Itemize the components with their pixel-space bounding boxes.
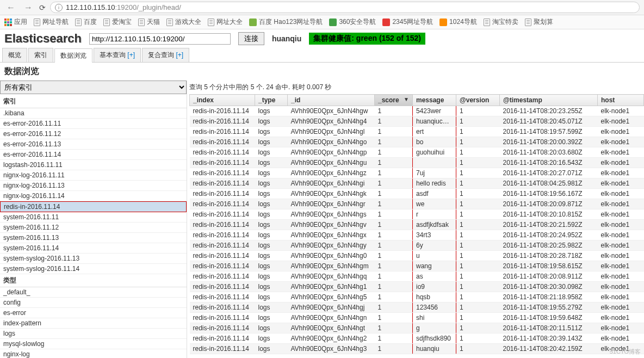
bookmark-item[interactable]: 爱淘宝 (103, 17, 132, 27)
sidebar-index-es-error-2016.11.14[interactable]: es-error-2016.11.14 (0, 150, 187, 160)
table-row[interactable]: redis-in-2016.11.14logsAVhh90E0Qpx_6JnN4… (190, 106, 644, 116)
sidebar-type-nginx-log[interactable]: nginx-log (0, 349, 187, 358)
bookmark-item[interactable]: 聚划算 (525, 17, 553, 27)
sidebar-type-index-pattern[interactable]: index-pattern (0, 318, 187, 329)
tab-browser[interactable]: 数据浏览 (54, 48, 92, 63)
bookmark-item[interactable]: 天猫 (138, 17, 160, 27)
sort-desc-icon: ▼ (404, 96, 409, 102)
cell-type: logs (255, 344, 288, 354)
sidebar-index-nignx-log-2016.11.13[interactable]: nignx-log-2016.11.13 (0, 181, 187, 191)
cell-timestamp: 2016-11-14T08:20:21.592Z (500, 220, 598, 230)
table-row[interactable]: redis-in-2016.11.14logsAVhh90E0Qpx_6JnN4… (190, 271, 644, 282)
sidebar-type-mysql-slowlog[interactable]: mysql-slowlog (0, 339, 187, 349)
table-row[interactable]: redis-in-2016.11.14logsAVhh90E0Qpx_6JnN4… (190, 240, 644, 251)
sidebar-type-config[interactable]: config (0, 298, 187, 308)
cluster-url-input[interactable] (89, 33, 231, 45)
cell-id: AVhh90E0Qpx_6JnN4hgl (288, 127, 375, 137)
col-type[interactable]: _type (255, 95, 288, 106)
cell-timestamp: 2016-11-14T08:20:27.071Z (500, 168, 598, 178)
sidebar-index-system-2016.11.13[interactable]: system-2016.11.13 (0, 233, 187, 243)
sidebar-index-es-error-2016.11.13[interactable]: es-error-2016.11.13 (0, 139, 187, 150)
cell-score: 1 (375, 127, 413, 137)
table-row[interactable]: redis-in-2016.11.14logsAVhh90E0Qpx_6JnN4… (190, 303, 644, 313)
table-row[interactable]: redis-in-2016.11.14logsAVhh90E0Qpx_6JnN4… (190, 189, 644, 199)
sidebar-index-system-syslog-2016.11.14[interactable]: system-syslog-2016.11.14 (0, 264, 187, 274)
sidebar-index-es-error-2016.11.11[interactable]: es-error-2016.11.11 (0, 119, 187, 129)
cell-id: AVhh90E0Qpx_6JnN4hg5 (288, 292, 375, 303)
col-timestamp[interactable]: @timestamp (500, 95, 598, 106)
sidebar-index-system-syslog-2016.11.13[interactable]: system-syslog-2016.11.13 (0, 254, 187, 264)
sidebar-index-system-2016.11.12[interactable]: system-2016.11.12 (0, 223, 187, 233)
sidebar-type-es-error[interactable]: es-error (0, 308, 187, 318)
table-row[interactable]: redis-in-2016.11.14logsAVhh90E0Qpx_6JnN4… (190, 147, 644, 158)
table-row[interactable]: redis-in-2016.11.14logsAVhh90E0Qpx_6JnN4… (190, 230, 644, 240)
connect-button[interactable]: 连接 (238, 32, 264, 45)
table-row[interactable]: redis-in-2016.11.14logsAVhh90E0Qpx_6JnN4… (190, 292, 644, 303)
table-row[interactable]: redis-in-2016.11.14logsAVhh90E0Qpx_6JnN4… (190, 282, 644, 292)
col-id[interactable]: _id (288, 95, 375, 106)
cell-id: AVhh90E0Qpx_6JnN4hg0 (288, 251, 375, 261)
cell-type: logs (255, 147, 288, 158)
bookmark-item[interactable]: 网址大全 (208, 17, 243, 27)
sidebar-index-redis-in-2016.11.14[interactable]: redis-in-2016.11.14 (0, 201, 187, 212)
sidebar-index-system-2016.11.11[interactable]: system-2016.11.11 (0, 212, 187, 223)
col-host[interactable]: host (598, 95, 644, 106)
tab-indices[interactable]: 索引 (28, 48, 53, 62)
sidebar-type-logs[interactable]: logs (0, 329, 187, 339)
bookmark-item[interactable]: 游戏大全 (166, 17, 201, 27)
bookmark-item[interactable]: 网址导航 (34, 17, 69, 27)
cell-message: r (413, 209, 456, 220)
bookmark-item[interactable]: 百度 (75, 17, 97, 27)
cell-score: 1 (375, 334, 413, 344)
col-version[interactable]: @version (456, 95, 500, 106)
table-row[interactable]: redis-in-2016.11.14logsAVhh90E0Qpx_6JnN4… (190, 323, 644, 334)
table-row[interactable]: redis-in-2016.11.14logsAVhh90E0Qpx_6JnN4… (190, 116, 644, 127)
table-row[interactable]: redis-in-2016.11.14logsAVhh90E0Qpx_6JnN4… (190, 178, 644, 189)
bookmark-item[interactable]: 2345网址导航 (382, 17, 433, 27)
bookmark-item[interactable]: 360安全导航 (329, 17, 376, 27)
sidebar-index-logstash-2016.11.11[interactable]: logstash-2016.11.11 (0, 160, 187, 170)
sidebar-index-nignx-log-2016.11.14[interactable]: nignx-log-2016.11.14 (0, 191, 187, 201)
bookmark-item[interactable]: 淘宝特卖 (484, 17, 518, 27)
tab-any[interactable]: 复合查询 [+] (142, 48, 189, 62)
tab-overview[interactable]: 概览 (2, 48, 27, 62)
sidebar-index-.kibana[interactable]: .kibana (0, 108, 187, 119)
bookmark-item[interactable]: 应用 (4, 17, 27, 27)
table-row[interactable]: redis-in-2016.11.14logsAVhh90E0Qpx_6JnN4… (190, 220, 644, 230)
cell-id: AVhh90E0Qpx_6JnN4hgr (288, 199, 375, 209)
sidebar-type-_default_[interactable]: _default_ (0, 287, 187, 298)
bookmark-item[interactable]: 百度 Hao123网址导航 (249, 17, 323, 27)
col-index[interactable]: _index (190, 95, 255, 106)
table-row[interactable]: redis-in-2016.11.14logsAVhh90E0Qpx_6JnN4… (190, 209, 644, 220)
url-bar[interactable]: i 112.110.115.10:19200/_plugin/head/ (50, 2, 640, 13)
table-row[interactable]: redis-in-2016.11.14logsAVhh90E0Qpx_6JnN4… (190, 127, 644, 137)
cell-timestamp: 2016-11-14T08:20:42.159Z (500, 344, 598, 354)
table-row[interactable]: redis-in-2016.11.14logsAVhh90E0Qpx_6JnN4… (190, 261, 644, 271)
sidebar-index-system-2016.11.14[interactable]: system-2016.11.14 (0, 243, 187, 254)
table-row[interactable]: redis-in-2016.11.14logsAVhh90E0Qpx_6JnN4… (190, 251, 644, 261)
index-dropdown[interactable]: 所有索引 (0, 81, 187, 94)
sidebar-index-nignx-log-2016.11.11[interactable]: nignx-log-2016.11.11 (0, 170, 187, 181)
reload-button[interactable]: ⟳ (39, 3, 46, 12)
table-row[interactable]: redis-in-2016.11.14logsAVhh90E0Qpx_6JnN4… (190, 344, 644, 354)
sidebar-index-es-error-2016.11.12[interactable]: es-error-2016.11.12 (0, 129, 187, 139)
col-message[interactable]: message (413, 95, 456, 106)
tab-structured[interactable]: 基本查询 [+] (94, 48, 141, 62)
table-row[interactable]: redis-in-2016.11.14logsAVhh90E0Qpx_6JnN4… (190, 168, 644, 178)
cell-host: elk-node1 (598, 127, 644, 137)
cell-message: hqsb (413, 292, 456, 303)
col-score[interactable]: _score▼ (375, 95, 413, 106)
table-row[interactable]: redis-in-2016.11.14logsAVhh90E0Qpx_6JnN4… (190, 158, 644, 168)
table-row[interactable]: redis-in-2016.11.14logsAVhh90E0Qpx_6JnN4… (190, 334, 644, 344)
back-button[interactable]: ← (4, 3, 17, 13)
cell-score: 1 (375, 106, 413, 116)
bookmark-item[interactable]: 1024导航 (439, 17, 477, 27)
table-row[interactable]: redis-in-2016.11.14logsAVhh90E0Qpx_6JnN4… (190, 199, 644, 209)
table-row[interactable]: redis-in-2016.11.14logsAVhh90E0Qpx_6JnN4… (190, 137, 644, 147)
cell-version: 1 (456, 189, 500, 199)
info-icon[interactable]: i (55, 4, 63, 11)
forward-button[interactable]: → (22, 3, 35, 13)
table-row[interactable]: redis-in-2016.11.14logsAVhh90E0Qpx_6JnN4… (190, 313, 644, 323)
cell-id: AVhh90E0Qpx_6JnN4hg3 (288, 344, 375, 354)
cell-id: AVhh90E0Qpx_6JnN4hgz (288, 168, 375, 178)
